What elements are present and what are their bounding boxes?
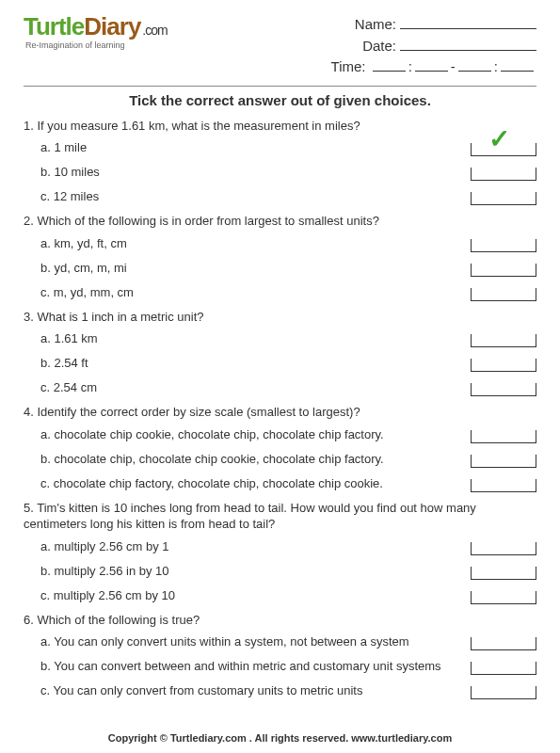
instruction: Tick the correct answer out of given cho… <box>24 92 536 108</box>
answer-slot[interactable]: ✓ <box>471 143 536 156</box>
choice-row: a. km, yd, ft, cm <box>40 235 536 252</box>
logo-tagline: Re-Imagination of learning <box>25 40 168 50</box>
choice-text: c. m, yd, mm, cm <box>40 285 471 301</box>
choice-text: c. chocolate chip factory, chocolate chi… <box>40 476 471 492</box>
choice-row: b. multiply 2.56 in by 10 <box>40 563 536 580</box>
time-colon-1: : <box>408 58 412 74</box>
question-block: 4. Identify the correct order by size sc… <box>24 404 536 492</box>
name-blank[interactable] <box>400 28 536 29</box>
date-line: Date: <box>331 36 536 57</box>
question-block: 2. Which of the following is in order fr… <box>24 213 536 301</box>
logo-word1: Turtle <box>24 12 84 40</box>
logo-word2: Diary <box>84 12 140 40</box>
choice-text: a. 1.61 km <box>40 331 471 347</box>
choice-text: b. 10 miles <box>40 165 471 181</box>
question-text: 3. What is 1 inch in a metric unit? <box>24 309 536 326</box>
question-text: 4. Identify the correct order by size sc… <box>24 404 536 421</box>
choice-row: c. You can only convert from customary u… <box>40 682 536 699</box>
choices: a. 1 mile✓b. 10 milesc. 12 miles <box>24 139 536 205</box>
choice-text: b. 2.54 ft <box>40 356 471 372</box>
answer-slot[interactable] <box>471 637 536 650</box>
question-block: 3. What is 1 inch in a metric unit?a. 1.… <box>24 309 536 397</box>
time-blank-4[interactable] <box>501 71 534 72</box>
time-dash: - <box>451 58 456 74</box>
choices: a. chocolate chip cookie, chocolate chip… <box>24 426 536 492</box>
answer-slot[interactable] <box>471 334 536 347</box>
time-blank-3[interactable] <box>458 71 491 72</box>
answer-slot[interactable] <box>471 455 536 468</box>
choice-text: a. 1 mile <box>40 140 471 156</box>
question-text: 5. Tim's kitten is 10 inches long from h… <box>24 500 536 533</box>
choice-row: c. 2.54 cm <box>40 379 536 396</box>
choices: a. km, yd, ft, cmb. yd, cm, m, mic. m, y… <box>24 235 536 301</box>
answer-slot[interactable] <box>471 542 536 555</box>
choice-row: c. multiply 2.56 cm by 10 <box>40 587 536 604</box>
answer-slot[interactable] <box>471 430 536 443</box>
question-text: 1. If you measure 1.61 km, what is the m… <box>24 118 536 135</box>
choice-row: b. 10 miles <box>40 164 536 181</box>
answer-slot[interactable] <box>471 662 536 675</box>
time-blank-2[interactable] <box>415 71 448 72</box>
question-block: 6. Which of the following is true?a. You… <box>24 612 536 700</box>
answer-slot[interactable] <box>471 591 536 604</box>
check-icon: ✓ <box>488 126 510 152</box>
choice-text: a. km, yd, ft, cm <box>40 236 471 252</box>
time-blank-1[interactable] <box>373 71 406 72</box>
name-line: Name: <box>331 14 536 36</box>
choice-text: a. chocolate chip cookie, chocolate chip… <box>40 427 471 443</box>
choice-text: b. chocolate chip, chocolate chip cookie… <box>40 452 471 468</box>
header: TurtleDiary.com Re-Imagination of learni… <box>24 14 536 78</box>
answer-slot[interactable] <box>471 383 536 396</box>
question-text: 2. Which of the following is in order fr… <box>24 213 536 230</box>
logo-block: TurtleDiary.com Re-Imagination of learni… <box>24 14 168 50</box>
choice-row: a. 1.61 km <box>40 330 536 347</box>
choice-text: a. multiply 2.56 cm by 1 <box>40 539 471 555</box>
date-blank[interactable] <box>400 50 536 51</box>
answer-slot[interactable] <box>471 192 536 205</box>
answer-slot[interactable] <box>471 168 536 181</box>
time-colon-2: : <box>494 58 498 74</box>
divider-top <box>24 86 536 87</box>
logo: TurtleDiary.com <box>24 14 168 39</box>
time-label: Time: <box>331 58 366 74</box>
answer-slot[interactable] <box>471 359 536 372</box>
choice-row: b. chocolate chip, chocolate chip cookie… <box>40 451 536 468</box>
meta-fields: Name: Date: Time: :-: <box>331 14 536 78</box>
choice-row: c. 12 miles <box>40 188 536 205</box>
choice-text: c. You can only convert from customary u… <box>40 683 471 699</box>
choice-row: c. chocolate chip factory, chocolate chi… <box>40 475 536 492</box>
name-label: Name: <box>355 16 396 32</box>
answer-slot[interactable] <box>471 239 536 252</box>
choice-text: b. yd, cm, m, mi <box>40 261 471 277</box>
choice-row: b. yd, cm, m, mi <box>40 260 536 277</box>
choice-row: a. multiply 2.56 cm by 1 <box>40 538 536 555</box>
choice-row: b. You can convert between and within me… <box>40 658 536 675</box>
choices: a. multiply 2.56 cm by 1b. multiply 2.56… <box>24 538 536 604</box>
answer-slot[interactable] <box>471 686 536 699</box>
choices: a. You can only convert units within a s… <box>24 633 536 699</box>
question-text: 6. Which of the following is true? <box>24 612 536 629</box>
answer-slot[interactable] <box>471 567 536 580</box>
question-block: 5. Tim's kitten is 10 inches long from h… <box>24 500 536 604</box>
choice-text: b. multiply 2.56 in by 10 <box>40 564 471 580</box>
choices: a. 1.61 kmb. 2.54 ftc. 2.54 cm <box>24 330 536 396</box>
choice-row: a. 1 mile✓ <box>40 139 536 156</box>
question-block: 1. If you measure 1.61 km, what is the m… <box>24 118 536 206</box>
choice-text: a. You can only convert units within a s… <box>40 634 471 650</box>
date-label: Date: <box>362 38 396 54</box>
footer: Copyright © Turtlediary.com . All rights… <box>0 732 560 744</box>
answer-slot[interactable] <box>471 264 536 277</box>
answer-slot[interactable] <box>471 479 536 492</box>
choice-text: c. 2.54 cm <box>40 380 471 396</box>
questions-container: 1. If you measure 1.61 km, what is the m… <box>24 118 536 700</box>
choice-row: c. m, yd, mm, cm <box>40 284 536 301</box>
choice-row: b. 2.54 ft <box>40 355 536 372</box>
choice-text: c. multiply 2.56 cm by 10 <box>40 588 471 604</box>
choice-text: b. You can convert between and within me… <box>40 659 471 675</box>
choice-row: a. chocolate chip cookie, chocolate chip… <box>40 426 536 443</box>
choice-row: a. You can only convert units within a s… <box>40 633 536 650</box>
time-line: Time: :-: <box>331 56 536 78</box>
choice-text: c. 12 miles <box>40 189 471 205</box>
answer-slot[interactable] <box>471 288 536 301</box>
logo-tld: .com <box>142 23 167 38</box>
